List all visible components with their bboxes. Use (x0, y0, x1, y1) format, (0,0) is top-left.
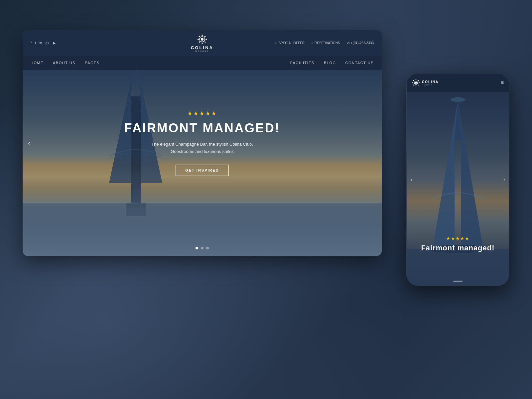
mobile-hero-content: ★★★★★ Fairmont managed! (407, 236, 509, 252)
nav-home[interactable]: HOME (31, 61, 44, 65)
mobile-device: COLINA RESORT ≡ ★★★★★ Fairmont managed! … (406, 73, 509, 286)
tablet-navigation: HOME ABOUT US PAGES FACILITIES BLOG CONT… (23, 56, 382, 70)
mobile-screen: COLINA RESORT ≡ ★★★★★ Fairmont managed! … (407, 73, 509, 286)
svg-rect-25 (198, 39, 199, 40)
youtube-icon[interactable]: ▶ (53, 41, 56, 45)
svg-rect-23 (202, 43, 203, 44)
star-icon: ☆ (274, 41, 277, 45)
nav-blog[interactable]: BLOG (324, 61, 336, 65)
tablet-device: f t in g+ ▶ (23, 30, 382, 256)
linkedin-icon[interactable]: in (39, 41, 42, 45)
svg-rect-40 (413, 84, 414, 86)
nav-right: FACILITIES BLOG CONTACT US (290, 61, 374, 65)
svg-rect-26 (199, 36, 200, 37)
carousel-dot-3[interactable] (206, 247, 209, 249)
logo-tagline: RESORT (195, 50, 209, 53)
svg-rect-36 (418, 80, 419, 81)
nav-about[interactable]: ABOUT US (53, 61, 75, 65)
logo-name: COLINA (191, 45, 213, 50)
phone-icon: ✆ (347, 41, 349, 45)
svg-point-30 (451, 97, 465, 102)
svg-rect-38 (418, 84, 419, 86)
mobile-header: COLINA RESORT ≡ (407, 73, 509, 92)
social-links: f t in g+ ▶ (23, 41, 202, 45)
googleplus-icon[interactable]: g+ (46, 41, 50, 45)
mobile-rating-stars: ★★★★★ (413, 236, 502, 241)
reservations-link[interactable]: ○ RESERVATIONS (311, 41, 340, 45)
mobile-menu-button[interactable]: ≡ (501, 80, 504, 86)
mobile-logo: COLINA RESORT (412, 79, 439, 87)
svg-rect-39 (416, 85, 416, 86)
mobile-home-indicator (453, 281, 463, 282)
svg-rect-19 (202, 35, 203, 36)
svg-rect-21 (205, 39, 207, 40)
mobile-prev-button[interactable]: ‹ (411, 177, 412, 183)
twitter-icon[interactable]: t (35, 41, 36, 45)
hero-content: ★★★★★ FAIRMONT MANAGED! The elegant Cham… (119, 110, 285, 176)
svg-rect-41 (412, 82, 413, 83)
hero-rating-stars: ★★★★★ (119, 110, 285, 117)
tablet-header: f t in g+ ▶ (23, 30, 382, 56)
svg-rect-24 (199, 41, 200, 43)
svg-rect-20 (204, 36, 206, 37)
tablet-screen: f t in g+ ▶ (23, 30, 382, 256)
carousel-dot-1[interactable] (196, 247, 198, 249)
svg-rect-37 (419, 82, 420, 83)
clock-icon: ○ (311, 41, 313, 45)
header-logo: COLINA RESORT (191, 34, 213, 53)
svg-marker-28 (433, 100, 458, 246)
svg-rect-31 (407, 249, 509, 285)
svg-rect-42 (413, 80, 414, 81)
carousel-dots (196, 247, 209, 249)
hero-subtitle: The elegant Champagne Bar, the stylish C… (119, 141, 285, 155)
nav-left: HOME ABOUT US PAGES (31, 61, 100, 65)
svg-point-34 (415, 82, 417, 84)
hero-title: FAIRMONT MANAGED! (119, 121, 285, 135)
carousel-dot-2[interactable] (201, 247, 203, 249)
svg-point-18 (201, 38, 203, 41)
get-inspired-button[interactable]: GET INSPIRED (176, 165, 229, 176)
svg-rect-35 (416, 79, 416, 80)
facebook-icon[interactable]: f (31, 41, 32, 45)
nav-facilities[interactable]: FACILITIES (290, 61, 315, 65)
nav-contact[interactable]: CONTACT US (345, 61, 374, 65)
svg-marker-29 (458, 100, 483, 246)
mobile-next-button[interactable]: › (503, 177, 505, 183)
special-offer-link[interactable]: ☆ SPECIAL OFFER (274, 41, 305, 45)
phone-link[interactable]: ✆ +(01)-252-3333 (347, 41, 374, 45)
header-contact-info: ☆ SPECIAL OFFER ○ RESERVATIONS ✆ +(01)-2… (202, 41, 382, 45)
svg-rect-22 (204, 41, 206, 43)
nav-pages[interactable]: PAGES (85, 61, 100, 65)
mobile-hero-title: Fairmont managed! (413, 244, 502, 252)
carousel-prev-button[interactable]: ‹ (28, 139, 30, 147)
mobile-logo-text: COLINA RESORT (422, 80, 439, 86)
